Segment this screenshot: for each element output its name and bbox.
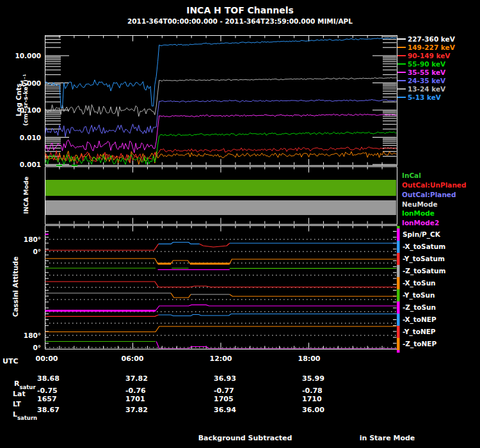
legend-channel-227-360: 227-360 keV bbox=[408, 35, 455, 43]
legend-neumode: NeuMode bbox=[402, 200, 438, 208]
legend-channel-13-24: 13-24 keV bbox=[408, 85, 445, 93]
legend-y-tonep: -Y_toNEP bbox=[403, 328, 436, 335]
legend-x-tosaturn: -X_toSatum bbox=[403, 243, 445, 250]
legend-outcal-planed: OutCal:Planed bbox=[402, 191, 456, 198]
tof-y-axis-label-line2: (cm²-sr-s-keV)⁻¹ bbox=[22, 74, 29, 126]
ytick-0p001: 0.001 bbox=[3, 161, 41, 168]
ytick-0p01: 0.010 bbox=[3, 134, 41, 141]
table-cell: 37.82 bbox=[125, 406, 148, 414]
table-label-rsaturn: Rsatur bbox=[14, 380, 36, 388]
xtick-0000: 00:00 bbox=[35, 355, 58, 363]
table-cell: 1657 bbox=[37, 395, 57, 403]
legend-outcal-unplaned: OutCal:UnPlaned bbox=[402, 181, 467, 189]
legend-incal: InCal bbox=[402, 172, 421, 179]
legend-z-tosaturn: -Z_toSatum bbox=[403, 267, 446, 275]
legend-channel-149-227: 149-227 keV bbox=[408, 44, 455, 51]
table-cell: 1705 bbox=[214, 395, 234, 403]
att-ytick-0-bot: 0° bbox=[3, 344, 41, 351]
legend-y-tosaturn: -Y_toSatum bbox=[403, 255, 445, 262]
legend-ionmode2: IonMode2 bbox=[402, 219, 439, 227]
table-cell: 1701 bbox=[125, 395, 145, 403]
legend-spin-pck: Spin/P_CK bbox=[403, 230, 440, 238]
table-cell: 36.94 bbox=[214, 406, 236, 414]
table-cell: 38.67 bbox=[37, 406, 60, 414]
table-cell: 38.68 bbox=[37, 374, 60, 383]
table-cell: -0.78 bbox=[302, 387, 323, 395]
attitude-y-axis-label: Cassini Attitude bbox=[12, 257, 19, 317]
att-ytick-180-bot: 180° bbox=[3, 332, 41, 339]
page-subtitle: 2011-364T00:00:00.000 - 2011-364T23:59:0… bbox=[127, 17, 353, 25]
xtick-0600: 06:00 bbox=[121, 355, 143, 363]
xtick-1800: 18:00 bbox=[298, 355, 320, 363]
footer-stare-mode: in Stare Mode bbox=[360, 434, 415, 442]
legend-channel-5-13: 5-13 keV bbox=[408, 93, 441, 101]
legend-channel-24-35: 24-35 keV bbox=[408, 77, 445, 84]
table-cell: -0.75 bbox=[37, 387, 58, 395]
table-label-lsaturn: Lsaturn bbox=[13, 410, 37, 419]
xtick-1200: 12:00 bbox=[209, 355, 232, 363]
table-cell: 37.82 bbox=[125, 374, 148, 383]
inca-tof-figure: INCA H TOF Channels 2011-364T00:00:00.00… bbox=[0, 0, 480, 448]
tof-y-axis-label: Log Cnts (cm²-sr-s-keV)⁻¹ bbox=[15, 74, 29, 126]
utc-axis-label: UTC bbox=[3, 357, 19, 365]
table-cell: -0.77 bbox=[214, 387, 234, 395]
mode-y-axis-label: INCA Mode bbox=[22, 177, 29, 214]
legend-y-tosun: -Y_toSun bbox=[403, 291, 435, 299]
tof-y-axis-label-line1: Log Cnts bbox=[15, 74, 22, 126]
legend-channel-55-90: 55-90 keV bbox=[408, 60, 445, 68]
footer-background-subtracted: Background Subtracted bbox=[198, 434, 292, 442]
legend-ionmode: IonMode bbox=[402, 209, 435, 217]
legend-channel-90-149: 90-149 keV bbox=[408, 52, 451, 60]
legend-x-tonep: -X_toNEP bbox=[403, 316, 436, 323]
legend-channel-35-55: 35-55 keV bbox=[408, 68, 445, 76]
table-label-lat: Lat bbox=[13, 390, 26, 398]
table-cell: -0.76 bbox=[125, 387, 146, 395]
ytick-10: 10.000 bbox=[3, 52, 41, 60]
att-ytick-180-top: 180° bbox=[3, 236, 41, 243]
table-cell: 36.00 bbox=[302, 406, 324, 414]
table-label-lt: LT bbox=[13, 400, 21, 408]
table-cell: 1710 bbox=[302, 395, 322, 403]
table-cell: 36.93 bbox=[214, 374, 236, 383]
page-title: INCA H TOF Channels bbox=[186, 5, 294, 15]
legend-x-tosun: -X_toSun bbox=[403, 279, 436, 287]
att-ytick-0-top: 0° bbox=[3, 248, 41, 255]
legend-z-tosun: -Z_toSun bbox=[403, 303, 436, 311]
table-cell: 35.99 bbox=[302, 374, 324, 383]
legend-z-tonep: -Z_toNEP bbox=[403, 340, 436, 348]
